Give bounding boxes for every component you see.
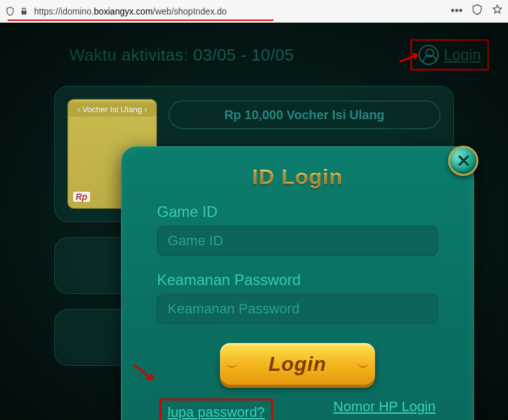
- annotation-underline: [8, 20, 274, 21]
- game-id-label: Game ID: [157, 203, 438, 221]
- lock-icon[interactable]: [19, 6, 29, 16]
- url-path: /web/shopIndex.do: [153, 6, 227, 16]
- forgot-password-link[interactable]: lupa password?: [168, 404, 265, 420]
- password-label: Keamanan Password: [157, 271, 438, 289]
- url-host: boxiangyx.com: [94, 6, 153, 16]
- phone-login-link[interactable]: Nomor HP Login: [333, 399, 436, 420]
- url-prefix: https://idomino.: [34, 6, 94, 16]
- tracking-shield-icon[interactable]: [5, 6, 15, 16]
- forgot-password-highlight: lupa password?: [159, 399, 273, 420]
- more-icon[interactable]: •••: [451, 4, 463, 18]
- login-button[interactable]: Login: [220, 343, 375, 385]
- url-display[interactable]: https://idomino.boxiangyx.com/web/shopIn…: [33, 4, 447, 19]
- modal-title: ID Login: [157, 165, 438, 189]
- modal-links: lupa password? Nomor HP Login: [157, 399, 438, 420]
- browser-actions: •••: [451, 4, 503, 18]
- reader-icon[interactable]: [471, 4, 483, 18]
- login-modal: ✕ ID Login Game ID Keamanan Password Log…: [121, 146, 474, 420]
- browser-address-bar: https://idomino.boxiangyx.com/web/shopIn…: [0, 0, 508, 23]
- password-input[interactable]: [157, 294, 438, 324]
- close-button[interactable]: ✕: [448, 146, 478, 176]
- close-icon: ✕: [456, 151, 471, 172]
- svg-rect-0: [21, 11, 26, 15]
- page-viewport: Waktu aktivitas: 03/05 - 10/05 Login ‹ V…: [0, 23, 508, 420]
- game-id-input[interactable]: [157, 226, 438, 256]
- bookmark-star-icon[interactable]: [492, 4, 503, 18]
